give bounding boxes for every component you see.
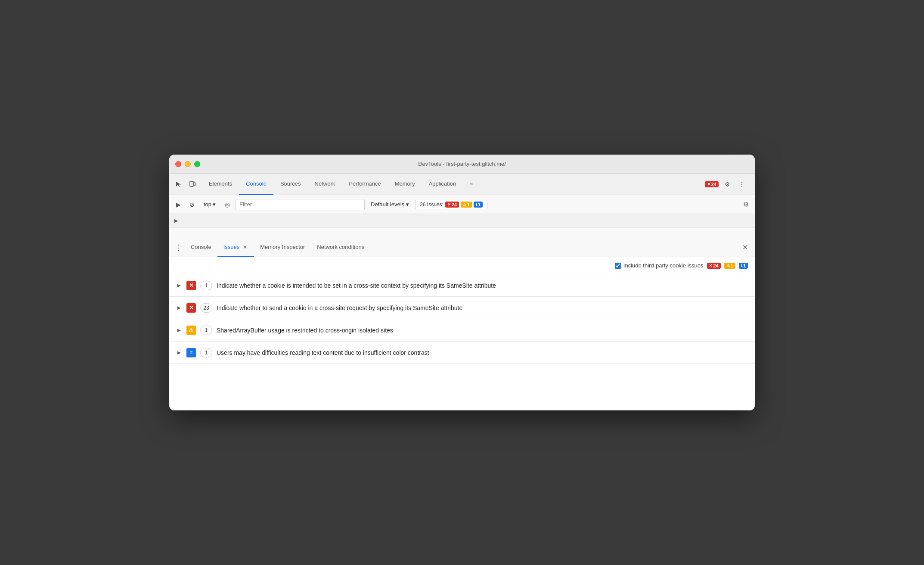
tab-issues-bottom[interactable]: Issues ✕ — [217, 238, 254, 257]
maximize-button[interactable] — [194, 161, 200, 167]
more-options-button[interactable]: ⋮ — [736, 178, 748, 190]
console-settings-button[interactable]: ⚙ — [740, 199, 751, 210]
info-icon-sm: ℹ — [476, 202, 477, 207]
console-expand-arrow[interactable]: ▶ — [173, 217, 180, 224]
issues-header-info-badge: ℹ 1 — [739, 263, 748, 269]
bottom-tab-menu-button[interactable]: ⋮ — [173, 238, 185, 257]
issues-info-badge: ℹ 1 — [474, 202, 483, 208]
console-expand-row: ▶ — [169, 214, 755, 228]
tab-application[interactable]: Application — [422, 174, 463, 195]
tab-elements[interactable]: Elements — [202, 174, 239, 195]
error-badge[interactable]: ✕ 24 — [705, 181, 719, 187]
issue-count-4: 1 — [200, 348, 212, 357]
bottom-tabs: ⋮ Console Issues ✕ Memory Inspector Netw… — [169, 238, 755, 257]
close-issues-tab[interactable]: ✕ — [242, 244, 248, 250]
inspect-element-button[interactable] — [173, 178, 185, 190]
issue-row-4[interactable]: ▶ ≡ 1 Users may have difficulties readin… — [169, 341, 755, 364]
warning-icon-sm: ⚠ — [463, 202, 466, 207]
error-icon-hdr: ✕ — [709, 264, 713, 268]
error-icon-2: ✕ — [186, 303, 196, 313]
tab-network[interactable]: Network — [308, 174, 342, 195]
close-button[interactable] — [175, 161, 181, 167]
include-third-party-label[interactable]: Include third-party cookie issues — [615, 262, 704, 269]
tab-memory-inspector-bottom[interactable]: Memory Inspector — [254, 238, 311, 257]
traffic-lights — [175, 161, 200, 167]
nav-right-area: ✕ 24 ⚙ ⋮ — [701, 174, 751, 195]
issue-count-1: 1 — [200, 281, 212, 290]
error-icon-1: ✕ — [186, 281, 196, 290]
include-third-party-checkbox[interactable] — [615, 263, 621, 269]
info-icon-4: ≡ — [186, 348, 196, 357]
bottom-tab-spacer — [370, 238, 739, 257]
svg-rect-1 — [194, 183, 195, 186]
context-selector[interactable]: top ▾ — [200, 200, 219, 209]
issues-count-badge[interactable]: 26 Issues: ✕ 24 ⚠ 1 ℹ 1 — [415, 200, 487, 209]
svg-rect-0 — [190, 181, 193, 186]
tab-console[interactable]: Console — [239, 174, 273, 195]
nav-spacer — [480, 174, 701, 195]
warning-icon-hdr: ⚠ — [726, 264, 730, 268]
issues-warning-badge: ⚠ 1 — [461, 202, 472, 208]
default-levels-dropdown[interactable]: Default levels ▾ — [367, 200, 412, 209]
issue-text-3: SharedArrayBuffer usage is restricted to… — [217, 327, 748, 334]
expand-icon-1: ▶ — [176, 282, 182, 289]
close-panel-button[interactable]: ✕ — [739, 238, 751, 257]
title-bar: DevTools - first-party-test.glitch.me/ — [169, 155, 755, 174]
error-icon-sm: ✕ — [447, 202, 451, 207]
tab-console-bottom[interactable]: Console — [185, 238, 217, 257]
tab-memory[interactable]: Memory — [388, 174, 422, 195]
issue-row-3[interactable]: ▶ ⚠ 1 SharedArrayBuffer usage is restric… — [169, 319, 755, 341]
issue-count-3: 1 — [200, 326, 212, 335]
middle-spacer — [169, 228, 755, 238]
tab-performance[interactable]: Performance — [342, 174, 388, 195]
devtools-window: DevTools - first-party-test.glitch.me/ E… — [169, 155, 755, 410]
expand-icon-2: ▶ — [176, 305, 182, 311]
tab-network-conditions-bottom[interactable]: Network conditions — [311, 238, 370, 257]
issues-header-error-badge: ✕ 24 — [707, 263, 721, 269]
issue-text-1: Indicate whether a cookie is intended to… — [217, 282, 748, 289]
minimize-button[interactable] — [185, 161, 191, 167]
issue-text-4: Users may have difficulties reading text… — [217, 349, 748, 356]
cursor-icon — [175, 181, 182, 188]
settings-button[interactable]: ⚙ — [721, 178, 733, 190]
tab-sources[interactable]: Sources — [273, 174, 308, 195]
issues-error-badge: ✕ 24 — [445, 202, 459, 208]
issues-header-warning-badge: ⚠ 1 — [724, 263, 735, 269]
live-expressions-button[interactable]: ◎ — [222, 199, 233, 210]
run-script-button[interactable]: ▶ — [173, 199, 184, 210]
filter-input[interactable] — [236, 199, 365, 210]
issue-row-1[interactable]: ▶ ✕ 1 Indicate whether a cookie is inten… — [169, 274, 755, 297]
issue-row-2[interactable]: ▶ ✕ 23 Indicate whether to send a cookie… — [169, 297, 755, 319]
clear-console-button[interactable]: ⊘ — [186, 199, 198, 210]
issues-header: Include third-party cookie issues ✕ 24 ⚠… — [169, 257, 755, 274]
issue-count-2: 23 — [200, 303, 212, 313]
expand-icon-3: ▶ — [176, 327, 182, 333]
window-title: DevTools - first-party-test.glitch.me/ — [418, 161, 506, 167]
device-toolbar-button[interactable] — [186, 178, 198, 190]
issues-panel: Include third-party cookie issues ✕ 24 ⚠… — [169, 257, 755, 364]
main-nav-tabs: Elements Console Sources Network Perform… — [169, 174, 755, 195]
console-toolbar: ▶ ⊘ top ▾ ◎ Default levels ▾ 26 Issues: … — [169, 195, 755, 214]
device-icon — [189, 181, 196, 188]
expand-icon-4: ▶ — [176, 350, 182, 356]
issue-text-2: Indicate whether to send a cookie in a c… — [217, 304, 748, 311]
bottom-panel: ⋮ Console Issues ✕ Memory Inspector Netw… — [169, 238, 755, 410]
warning-icon-3: ⚠ — [186, 326, 196, 335]
tab-more[interactable]: » — [463, 174, 480, 195]
info-icon-hdr: ℹ — [741, 264, 742, 268]
error-icon: ✕ — [707, 182, 710, 186]
